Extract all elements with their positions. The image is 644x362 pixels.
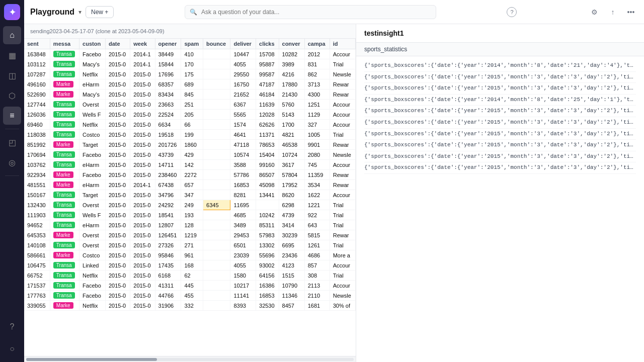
sidebar-item-home[interactable]: ⌂ <box>3 26 21 44</box>
cell-opener: 43739 <box>155 150 181 160</box>
cell-conver: 3989 <box>279 59 304 69</box>
cell-opener: 38449 <box>155 49 181 59</box>
json-content[interactable]: {'sports_boxscores':{'date':{'year':'201… <box>356 56 644 362</box>
table-row[interactable]: 107287TransaNetflix2015-02015-0176961752… <box>24 69 356 79</box>
table-row[interactable]: 851992MarkeTarget2015-02015-020172618604… <box>24 140 356 150</box>
col-date[interactable]: date <box>105 39 130 49</box>
settings-icon[interactable]: ⚙ <box>588 5 602 19</box>
col-week[interactable]: week <box>130 39 155 49</box>
table-row[interactable]: 69460TransaNetflix2015-02015-06634661574… <box>24 120 356 130</box>
cell-deliver: 8281 <box>230 190 256 200</box>
sidebar-item-data[interactable]: ⬡ <box>3 86 21 105</box>
sidebar-item-widgets[interactable]: ◫ <box>3 66 21 84</box>
search-input[interactable] <box>185 5 436 19</box>
cell-conver: 57804 <box>279 170 304 180</box>
cell-id: Rewar <box>330 79 355 89</box>
cell-conver: 5760 <box>279 100 304 110</box>
cell-campa: 308 <box>304 270 330 281</box>
col-sent[interactable]: sent <box>24 39 50 49</box>
json-row: {'sports_boxscores':{'date':{'year':'201… <box>364 151 636 163</box>
cell-clicks: 16853 <box>256 291 279 301</box>
table-row[interactable]: 339055MarkeNetflix2015-02015-03190633283… <box>24 301 356 311</box>
share-icon[interactable]: ↑ <box>606 5 620 19</box>
table-row[interactable]: 94652TransaeHarm2015-02015-0128071283489… <box>24 220 356 230</box>
cell-week: 2015-0 <box>130 200 155 210</box>
table-row[interactable]: 126036TransaWells F2015-02015-0225242055… <box>24 110 356 120</box>
table-row[interactable]: 170694TransaFacebo2015-02015-04373942910… <box>24 150 356 160</box>
cell-opener: 27326 <box>155 240 181 250</box>
table-row[interactable]: 103762TransaeHarm2015-02015-014711142358… <box>24 160 356 170</box>
sidebar-item-analytics[interactable]: ◎ <box>3 153 21 171</box>
cell-custon: eHarm <box>79 160 106 170</box>
table-row[interactable]: 171537TransaFacebo2015-02015-04131144510… <box>24 281 356 291</box>
cell-opener: 19518 <box>155 130 181 140</box>
cell-opener: 67438 <box>155 180 181 190</box>
table-row[interactable]: 111903TransaWells F2015-02015-0185411934… <box>24 210 356 220</box>
cell-deliver: 1574 <box>230 120 256 130</box>
table-row[interactable]: 481551MarkeeHarm2015-02014-1674386571685… <box>24 180 356 190</box>
json-row: {'sports_boxscores':{'date':{'year':'201… <box>364 83 636 95</box>
table-row[interactable]: 140108TransaOverst2015-02015-02732627165… <box>24 240 356 250</box>
insight-panel: testinsight1 sports_statistics {'sports_… <box>356 24 644 362</box>
col-spam[interactable]: spam <box>181 39 203 49</box>
cell-id: Trial <box>330 220 355 230</box>
col-opener[interactable]: opener <box>155 39 181 49</box>
table-row[interactable]: 522690MarkeMacy's2015-02015-083434845216… <box>24 89 356 100</box>
col-deliver[interactable]: deliver <box>230 39 256 49</box>
cell-id: Accour <box>330 110 355 120</box>
title-dropdown-arrow[interactable]: ▾ <box>78 9 82 16</box>
table-row[interactable]: 163848TransaFacebo2015-02014-13844941010… <box>24 49 356 59</box>
new-button[interactable]: New + <box>86 6 114 18</box>
table-container[interactable]: sent messa custon date week opener spam … <box>24 39 356 356</box>
table-row[interactable]: 118038TransaCostco2015-02015-01951819946… <box>24 130 356 140</box>
cell-id: Trial <box>330 200 355 210</box>
cell-week: 2015-0 <box>130 110 155 120</box>
table-row[interactable]: 922934MarkeFacebo2015-02015-023846022725… <box>24 170 356 180</box>
cell-messa: Transa <box>50 291 79 301</box>
cell-custon: Target <box>79 190 106 200</box>
cell-deliver: 6501 <box>230 240 256 250</box>
cell-deliver: 21652 <box>230 89 256 100</box>
cell-clicks: 10242 <box>256 210 279 220</box>
sidebar-item-dashboards[interactable]: ▦ <box>3 46 21 64</box>
sidebar-item-user[interactable]: ○ <box>3 340 21 358</box>
table-row[interactable]: 127744TransaOverst2015-02015-02366325163… <box>24 100 356 110</box>
table-row[interactable]: 106475TransaLinked2015-02015-01743516840… <box>24 260 356 270</box>
col-bounce[interactable]: bounce <box>203 39 230 49</box>
sidebar-item-reports[interactable]: ◰ <box>3 133 21 151</box>
cell-deliver: 8393 <box>230 301 256 311</box>
table-row[interactable]: 132430TransaOverst2015-02015-02429224963… <box>24 200 356 210</box>
table-row[interactable]: 645353MarkeOverst2015-02015-012645112192… <box>24 230 356 240</box>
col-custon[interactable]: custon <box>79 39 106 49</box>
sidebar-item-help[interactable]: ? <box>3 318 21 336</box>
col-id[interactable]: id <box>330 39 355 49</box>
help-button[interactable]: ? <box>507 7 517 17</box>
sidebar-item-queries[interactable]: ≡ <box>3 107 21 125</box>
cell-id: Newsle <box>330 150 355 160</box>
table-row[interactable]: 586661MarkeCostco2015-02015-095846961230… <box>24 250 356 260</box>
cell-clicks <box>256 200 279 210</box>
cell-opener: 22524 <box>155 110 181 120</box>
more-icon[interactable]: ••• <box>624 5 638 19</box>
cell-campa: 1622 <box>304 190 330 200</box>
cell-campa: 745 <box>304 160 330 170</box>
cell-date: 2015-0 <box>105 250 130 260</box>
cell-sent: 851992 <box>24 140 50 150</box>
col-clicks[interactable]: clicks <box>256 39 279 49</box>
cell-bounce <box>203 49 230 59</box>
col-conver[interactable]: conver <box>279 39 304 49</box>
cell-messa: Transa <box>50 240 79 250</box>
table-row[interactable]: 150167TransaTarget2015-02015-03479634782… <box>24 190 356 200</box>
cell-week: 2014-1 <box>130 180 155 190</box>
table-row[interactable]: 103112TransaMacy's2015-02014-11584417040… <box>24 59 356 69</box>
table-row[interactable]: 66752TransaNetflix2015-02015-06168621580… <box>24 270 356 281</box>
cell-campa: 2113 <box>304 281 330 291</box>
col-messa[interactable]: messa <box>50 39 79 49</box>
horizontal-scrollbar[interactable] <box>24 356 356 362</box>
table-row[interactable]: 496160MarkeeHarm2015-02015-0683576891675… <box>24 79 356 89</box>
cell-messa: Marke <box>50 230 79 240</box>
cell-bounce <box>203 170 230 180</box>
col-campa[interactable]: campa <box>304 39 330 49</box>
cell-date: 2015-0 <box>105 49 130 59</box>
table-row[interactable]: 177763TransaFacebo2015-02015-04476645511… <box>24 291 356 301</box>
